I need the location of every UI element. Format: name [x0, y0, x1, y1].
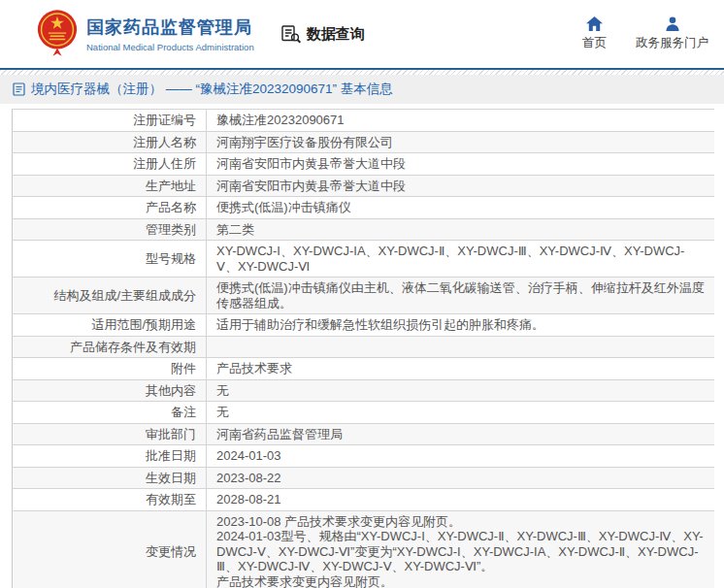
row-label-text: 生产地址 — [146, 179, 196, 193]
table-row: 其他内容 无 — [13, 379, 715, 402]
row-label: 产品储存条件及有效期 — [13, 336, 207, 358]
row-label: 有效期至 — [13, 489, 207, 511]
row-value: 河南省安阳市内黄县帝誉大道中段 — [207, 175, 715, 197]
row-label: 适用范围/预期用途 — [13, 314, 207, 337]
row-label: 型号规格 — [13, 241, 207, 278]
row-label: 变更情况 — [13, 510, 207, 588]
row-label-text: 产品储存条件及有效期 — [70, 340, 196, 354]
data-query-label: 数据查询 — [307, 25, 365, 44]
row-label: 管理类别 — [13, 218, 207, 241]
row-value: 无 — [207, 402, 715, 424]
row-label-text: 审批部门 — [146, 427, 196, 441]
row-value: 2024-01-03 — [207, 445, 715, 468]
row-label-text: 变更情况 — [146, 544, 196, 559]
table-row: 批准日期 2024-01-03 — [13, 445, 715, 468]
table-row: 产品名称 便携式(低温)冲击镇痛仪 — [13, 197, 715, 219]
row-label: 附件 — [13, 358, 207, 380]
nav-portal-label: 政务服务门户 — [636, 35, 708, 51]
table-row: 结构及组成/主要组成成分 便携式(低温)冲击镇痛仪由主机、液体二氧化碳输送管、治… — [13, 278, 715, 314]
table-row: 备注 无 — [13, 402, 715, 424]
table-row: 型号规格 XY-DWCJ-I、XY-DWCJ-IA、XY-DWCJ-Ⅱ、XY-D… — [13, 241, 715, 278]
data-query-icon — [281, 25, 302, 44]
row-label-text: 管理类别 — [146, 222, 196, 237]
person-icon — [666, 16, 679, 31]
table-row: 产品储存条件及有效期 — [13, 336, 715, 358]
row-value: 河南省安阳市内黄县帝誉大道中段 — [207, 153, 715, 176]
row-value: 2023-08-22 — [207, 467, 715, 489]
table-row: 变更情况 2023-10-08 产品技术要求变更内容见附页。 2024-01-0… — [13, 510, 715, 588]
row-label: 审批部门 — [13, 423, 207, 445]
row-label-text: 注册人名称 — [133, 135, 196, 149]
breadcrumb-text: 境内医疗器械（注册） —— “豫械注准20232090671” 基本信息 — [31, 81, 393, 98]
row-label: 生效日期 — [13, 467, 207, 489]
table-row: 生效日期 2023-08-22 — [13, 467, 715, 489]
table-row: 有效期至 2028-08-21 — [13, 489, 715, 511]
nav-home-label: 首页 — [582, 35, 607, 51]
row-value: 2028-08-21 — [207, 489, 715, 511]
home-icon — [586, 16, 603, 31]
row-value: 无 — [207, 379, 715, 402]
info-table: 注册证编号 豫械注准20232090671 注册人名称 河南翔宇医疗设备股份有限… — [12, 109, 714, 588]
row-value: 便携式(低温)冲击镇痛仪 — [207, 197, 715, 219]
table-row: 附件 产品技术要求 — [13, 358, 715, 380]
row-value: 2023-10-08 产品技术要求变更内容见附页。 2024-01-03型号、规… — [207, 510, 715, 588]
row-label-text: 适用范围/预期用途 — [91, 317, 196, 332]
table-row: 注册证编号 豫械注准20232090671 — [13, 110, 715, 132]
row-label: 生产地址 — [13, 175, 207, 197]
row-label-text: 生效日期 — [146, 471, 196, 485]
site-subtitle: National Medical Products Administration — [86, 42, 254, 52]
breadcrumb: 境内医疗器械（注册） —— “豫械注准20232090671” 基本信息 — [0, 75, 724, 104]
table-row: 审批部门 河南省药品监督管理局 — [13, 423, 715, 445]
row-label-text: 备注 — [171, 405, 196, 419]
row-value — [207, 336, 715, 358]
row-value: 豫械注准20232090671 — [207, 110, 715, 132]
row-label: 备注 — [13, 402, 207, 424]
header-nav: 首页 政务服务门户 — [582, 16, 708, 51]
document-icon — [13, 82, 25, 96]
table-row: 适用范围/预期用途 适用于辅助治疗和缓解急性软组织损伤引起的肿胀和疼痛。 — [13, 314, 715, 337]
nav-home[interactable]: 首页 — [582, 16, 607, 51]
row-label: 注册人住所 — [13, 153, 207, 176]
row-value: 适用于辅助治疗和缓解急性软组织损伤引起的肿胀和疼痛。 — [207, 314, 715, 337]
row-label: 产品名称 — [13, 197, 207, 219]
row-label-text: 型号规格 — [146, 251, 196, 266]
row-label: 注册证编号 — [13, 110, 207, 132]
row-label-text: 注册证编号 — [133, 113, 196, 127]
table-row: 注册人住所 河南省安阳市内黄县帝誉大道中段 — [13, 153, 715, 176]
row-label-text: 其他内容 — [146, 383, 196, 398]
site-title: 国家药品监督管理局 — [86, 16, 254, 39]
row-label: 注册人名称 — [13, 131, 207, 153]
row-label-text: 附件 — [171, 361, 196, 376]
row-label: 结构及组成/主要组成成分 — [13, 278, 207, 314]
info-table-body: 注册证编号 豫械注准20232090671 注册人名称 河南翔宇医疗设备股份有限… — [13, 110, 715, 588]
row-label-text: 结构及组成/主要组成成分 — [53, 288, 196, 303]
table-row: 生产地址 河南省安阳市内黄县帝誉大道中段 — [13, 175, 715, 197]
row-label: 批准日期 — [13, 445, 207, 468]
row-value: 河南翔宇医疗设备股份有限公司 — [207, 131, 715, 153]
site-header: 国家药品监督管理局 National Medical Products Admi… — [0, 0, 724, 68]
data-query-nav[interactable]: 数据查询 — [281, 25, 365, 44]
row-value: 产品技术要求 — [207, 358, 715, 380]
row-label: 其他内容 — [13, 379, 207, 402]
row-value: 便携式(低温)冲击镇痛仪由主机、液体二氧化碳输送管、治疗手柄、伸缩拉杆及红外温度… — [207, 278, 715, 314]
row-value: 河南省药品监督管理局 — [207, 423, 715, 445]
row-label-text: 有效期至 — [146, 492, 196, 506]
row-label-text: 注册人住所 — [133, 156, 196, 171]
row-label-text: 批准日期 — [146, 448, 196, 463]
nav-portal[interactable]: 政务服务门户 — [636, 16, 708, 51]
row-label-text: 产品名称 — [146, 200, 196, 214]
table-row: 注册人名称 河南翔宇医疗设备股份有限公司 — [13, 131, 715, 153]
row-value: XY-DWCJ-I、XY-DWCJ-IA、XY-DWCJ-Ⅱ、XY-DWCJ-Ⅲ… — [207, 241, 715, 278]
table-row: 管理类别 第二类 — [13, 218, 715, 241]
site-title-block: 国家药品监督管理局 National Medical Products Admi… — [86, 16, 254, 52]
nmpa-emblem-icon — [37, 9, 78, 59]
row-value: 第二类 — [207, 218, 715, 241]
